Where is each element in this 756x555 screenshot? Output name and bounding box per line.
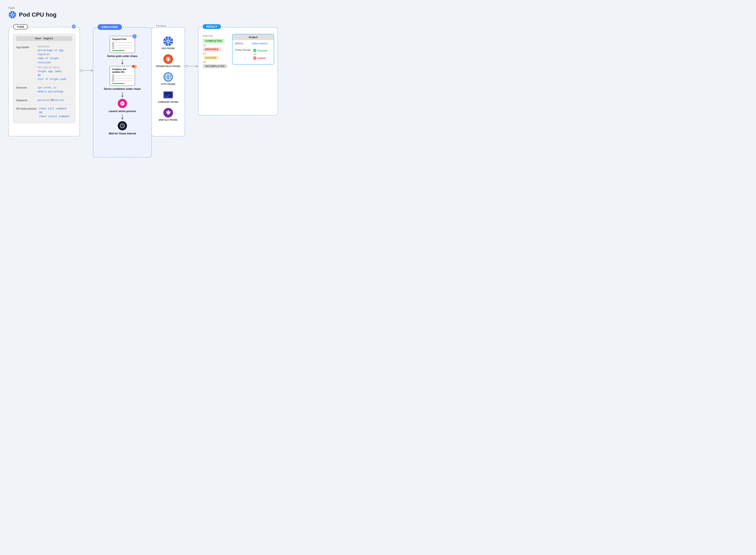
targeted-pods-step: Targeted Pods xyxy=(110,36,135,53)
derive-pods-label: Derive pods under chaos xyxy=(107,55,137,58)
serial-link[interactable]: serial xyxy=(55,99,64,102)
user-inputs-box: User Inputs App Details REQUIRED percent… xyxy=(13,34,75,123)
inject-command-link[interactable]: chaos inject command xyxy=(39,115,72,119)
stressors-row: Stressors cpu cores , io memory percenta… xyxy=(16,84,72,96)
svg-rect-49 xyxy=(168,60,169,61)
passed-result: Passed xyxy=(253,49,267,52)
stress-icon-circle xyxy=(118,99,127,108)
arrow-down-2 xyxy=(122,92,123,97)
app-details-row: App Details REQUIRED percentage of app r… xyxy=(16,43,72,84)
target-app-label-link[interactable]: target app label xyxy=(38,70,72,74)
tune-to-execution-arrow xyxy=(80,27,93,72)
output-box: Output Metrics chaos metrics Probe Resul… xyxy=(232,34,274,65)
probe-results-label: Probe Results xyxy=(235,49,251,51)
prometheus-probe-item: PROMETHEUS PROBE xyxy=(155,54,181,68)
percentage-link[interactable]: percentage of app replicas xyxy=(38,49,72,56)
output-rows: Metrics chaos metrics Probe Results Pass… xyxy=(232,40,274,64)
result-badge: RESULT xyxy=(203,24,221,29)
or-2: OR xyxy=(39,111,72,114)
k8s-probe-item: K8S PROBE xyxy=(155,36,181,50)
stressors-content: cpu cores , io memory percentage xyxy=(38,86,72,94)
diagram-container: TUNE User Inputs App Details REQUIRED p xyxy=(8,27,748,158)
svg-point-62 xyxy=(167,113,169,115)
http-probe-icon xyxy=(163,72,173,82)
sequence-content: parallel OR serial xyxy=(38,98,72,102)
sequence-label: Sequence xyxy=(16,98,35,102)
kill-chaos-row: Kill chaos process chaos kill command OR… xyxy=(16,104,72,121)
execution-section: EXECUTION xyxy=(93,27,152,158)
probes-section: PROBES xyxy=(151,27,185,136)
stressors-label: Stressors xyxy=(16,86,35,94)
container-sandbox-step: Container and sandbox IDs xyxy=(110,66,135,86)
k8s-probe-icon xyxy=(163,36,173,46)
svg-point-63 xyxy=(253,49,257,52)
prometheus-probe-name: PROMETHEUS PROBE xyxy=(156,65,181,68)
exec-probes-wrapper: EXECUTION xyxy=(93,27,185,158)
container-sandbox-rows xyxy=(112,75,133,84)
kill-command-link[interactable]: chaos kill command xyxy=(39,107,72,111)
app-details-label: App Details xyxy=(16,45,35,81)
k8s-probe-name: K8S PROBE xyxy=(162,47,175,50)
targeted-pods-title: Targeted Pods xyxy=(112,38,133,41)
probes-label: PROBES xyxy=(155,25,168,27)
svg-point-34 xyxy=(134,65,137,68)
arrow-down-3 xyxy=(122,115,123,120)
metrics-value: chaos metrics xyxy=(252,42,267,45)
command-probe-item: >_ COMMAND PROBE xyxy=(155,90,181,103)
metrics-label: Metrics xyxy=(235,42,250,45)
tune-badge: TUNE xyxy=(13,24,28,30)
srm-probe-icon xyxy=(163,108,173,118)
target-pods-link[interactable]: list of target pods xyxy=(38,77,72,81)
io-link[interactable]: io xyxy=(53,86,56,89)
parallel-link[interactable]: parallel xyxy=(38,99,50,102)
sequence-row: Sequence parallel OR serial xyxy=(16,96,72,104)
command-probe-name: COMMAND PROBE xyxy=(158,101,178,103)
targeted-pods-rows xyxy=(112,42,133,51)
launch-stress-label: Launch stress process xyxy=(109,110,136,113)
probes-list: K8S PROBE PROMETHEUS PROBE xyxy=(155,36,181,121)
derive-containers-label: Derive containers under chaos xyxy=(104,87,141,90)
execution-badge: EXECUTION xyxy=(97,24,122,30)
execution-steps: Targeted Pods xyxy=(97,32,147,137)
metrics-row: Metrics chaos metrics xyxy=(235,42,271,45)
check-circle-icon xyxy=(253,49,257,52)
probe-results-row: Probe Results Passed OR xyxy=(235,49,271,60)
status-incompleted-badge: INCOMPLETED xyxy=(203,64,273,68)
svg-point-37 xyxy=(167,40,169,42)
main-title: Pod CPU hog xyxy=(19,11,56,18)
command-probe-icon: >_ xyxy=(163,90,173,100)
svg-text:>_: >_ xyxy=(165,93,168,96)
container-sandbox-title: Container and sandbox IDs xyxy=(112,68,133,73)
chaos-interval-step xyxy=(118,121,127,130)
output-divider xyxy=(235,47,271,47)
srm-probe-item: SRM SLO PROBE xyxy=(155,108,181,121)
or-probe-result: OR xyxy=(253,53,267,55)
kill-chaos-label: Kill chaos process xyxy=(16,107,37,119)
page-title-container: Pod CPU hog xyxy=(8,11,748,19)
user-inputs-title: User Inputs xyxy=(16,36,72,41)
svg-point-2 xyxy=(11,14,13,15)
svg-point-24 xyxy=(134,36,135,37)
memory-link[interactable]: memory percentage xyxy=(38,90,72,94)
cpu-cores-link[interactable]: cpu cores xyxy=(38,86,51,89)
kubernetes-icon xyxy=(8,11,16,19)
arrow-down-1 xyxy=(122,59,123,65)
svg-point-48 xyxy=(167,58,169,60)
http-probe-name: HTTP PROBE xyxy=(161,83,175,85)
kill-chaos-content: chaos kill command OR chaos inject comma… xyxy=(39,107,72,119)
card-helm-icon xyxy=(132,34,137,39)
output-title: Output xyxy=(232,34,274,40)
svg-point-13 xyxy=(73,26,74,27)
or-1: OR xyxy=(38,74,72,77)
probe-results-values: Passed OR Failed xyxy=(253,49,267,60)
chaos-interval-label: Wait for Chaos Interval xyxy=(109,132,136,135)
multi-icon-badge xyxy=(132,64,137,69)
container-sandbox-card: Container and sandbox IDs xyxy=(110,66,135,86)
fault-label: Fault xyxy=(8,6,748,9)
failed-result: Failed xyxy=(253,56,267,60)
app-details-content: REQUIRED percentage of app replicas name… xyxy=(38,45,72,81)
tune-section: TUNE User Inputs App Details REQUIRED p xyxy=(8,27,80,136)
http-probe-item: HTTP PROBE xyxy=(155,72,181,85)
target-container-link[interactable]: name of target container xyxy=(38,56,72,65)
clock-icon-circle xyxy=(118,121,127,130)
